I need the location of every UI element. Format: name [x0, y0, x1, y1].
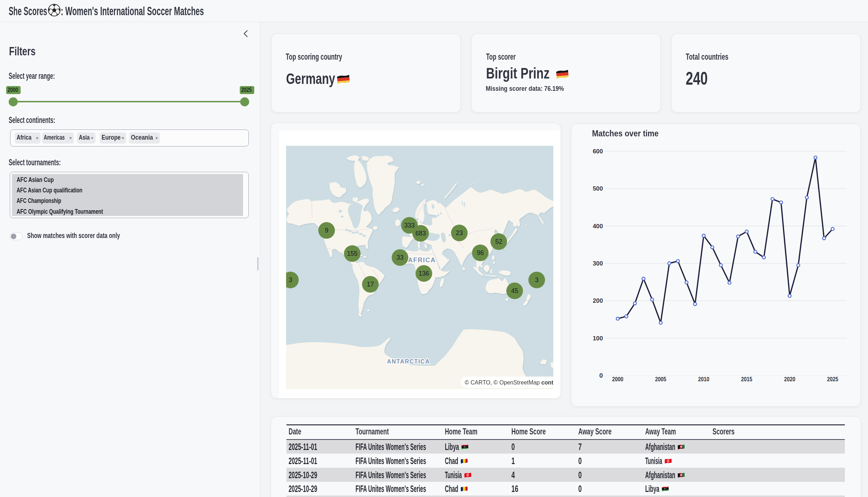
svg-text:2010: 2010 — [698, 376, 709, 383]
svg-text:2020: 2020 — [784, 376, 795, 383]
svg-text:9: 9 — [325, 227, 328, 234]
svg-text:2000: 2000 — [612, 376, 624, 383]
svg-text:3: 3 — [289, 276, 292, 284]
svg-text:23: 23 — [456, 229, 463, 237]
svg-text:33: 33 — [396, 254, 403, 261]
svg-text:ANTARCTICA: ANTARCTICA — [387, 358, 430, 365]
svg-text:2015: 2015 — [741, 376, 752, 383]
svg-text:136: 136 — [418, 270, 429, 277]
svg-text:400: 400 — [593, 223, 603, 230]
svg-text:96: 96 — [477, 249, 484, 256]
svg-text:100: 100 — [593, 335, 603, 342]
svg-text:3: 3 — [535, 276, 539, 284]
svg-text:45: 45 — [511, 287, 518, 294]
svg-text:2005: 2005 — [655, 376, 666, 383]
svg-text:2025: 2025 — [827, 376, 838, 383]
svg-text:600: 600 — [593, 148, 603, 155]
svg-text:0: 0 — [599, 372, 603, 379]
svg-text:300: 300 — [593, 260, 603, 267]
svg-text:500: 500 — [593, 185, 603, 192]
svg-text:52: 52 — [495, 238, 502, 245]
svg-text:17: 17 — [367, 281, 374, 288]
svg-text:AFRICA: AFRICA — [408, 256, 436, 264]
svg-text:333: 333 — [404, 222, 414, 229]
svg-text:200: 200 — [593, 297, 603, 304]
svg-text:155: 155 — [347, 250, 357, 257]
svg-text:683: 683 — [415, 230, 426, 237]
